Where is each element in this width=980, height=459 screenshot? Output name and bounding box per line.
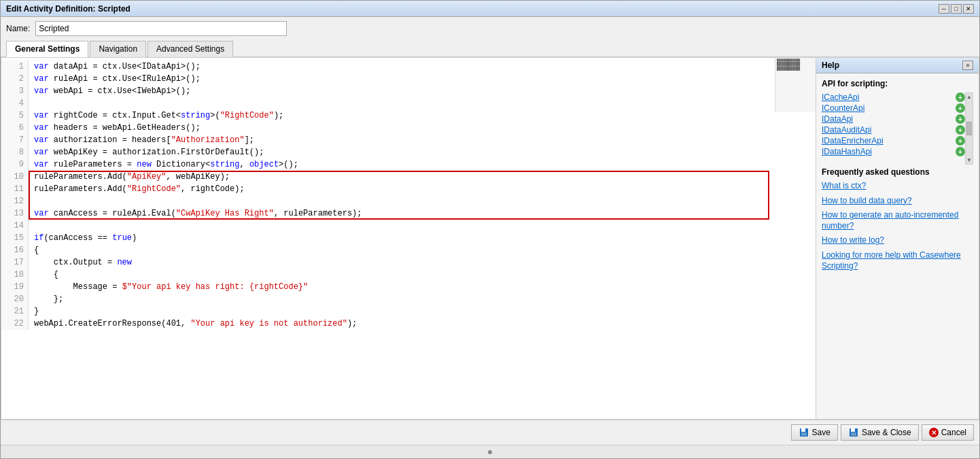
- code-line-20: };: [34, 293, 810, 305]
- line-num-8: 8: [1, 146, 28, 158]
- line-num-9: 9: [1, 158, 28, 171]
- code-line-4: [34, 97, 810, 109]
- save-close-icon: [848, 427, 859, 438]
- name-input[interactable]: [35, 21, 287, 36]
- code-line-18: {: [34, 269, 810, 281]
- save-close-label: Save & Close: [862, 428, 911, 437]
- line-num-13: 13: [1, 207, 28, 220]
- line-num-12: 12: [1, 195, 28, 207]
- api-items-list: ICacheApi ICounterApi IDataApi: [822, 92, 965, 165]
- api-section-title: API for scripting:: [822, 79, 973, 88]
- editor-area[interactable]: ████████████████ ████████████████ ██████…: [1, 58, 816, 419]
- api-link-icache[interactable]: ICacheApi: [822, 92, 859, 102]
- api-add-btn-idata[interactable]: [956, 114, 965, 124]
- save-icon: [799, 427, 809, 438]
- line-num-6: 6: [1, 122, 28, 134]
- maximize-button[interactable]: □: [951, 4, 962, 14]
- code-line-10: ruleParameters.Add("ApiKey", webApiKey);: [34, 171, 810, 183]
- api-link-idata[interactable]: IDataApi: [822, 114, 853, 124]
- scroll-down-arrow[interactable]: ▼: [966, 157, 972, 163]
- line-num-1: 1: [1, 61, 28, 73]
- api-link-idataaudit[interactable]: IDataAuditApi: [822, 125, 871, 135]
- faq-link-more-help[interactable]: Looking for more help with Casewhere Scr…: [822, 250, 973, 271]
- cancel-icon: ✕: [929, 428, 939, 437]
- help-expand-button[interactable]: »: [962, 61, 973, 70]
- line-num-7: 7: [1, 134, 28, 146]
- api-list: ICacheApi ICounterApi IDataApi: [822, 92, 965, 156]
- tab-general-settings[interactable]: General Settings: [6, 41, 88, 57]
- line-num-11: 11: [1, 183, 28, 195]
- api-add-btn-idataenricher[interactable]: [956, 136, 965, 146]
- close-button[interactable]: ✕: [963, 4, 974, 14]
- line-num-4: 4: [1, 97, 28, 109]
- api-item-icounter: ICounterApi: [822, 103, 965, 113]
- line-num-2: 2: [1, 73, 28, 85]
- selection-container: ruleParameters.Add("ApiKey", webApiKey);…: [34, 171, 810, 220]
- status-dot: [488, 450, 492, 454]
- code-lines[interactable]: var dataApi = ctx.Use<IDataApi>(); var r…: [29, 61, 816, 330]
- title-bar-buttons: ─ □ ✕: [939, 4, 974, 14]
- svg-rect-2: [801, 432, 807, 436]
- code-line-11: ruleParameters.Add("RightCode", rightCod…: [34, 183, 810, 195]
- code-line-7: var authorization = headers["Authorizati…: [34, 134, 810, 146]
- code-line-22: webApi.CreateErrorResponse(401, "Your ap…: [34, 318, 810, 330]
- tab-bar: General Settings Navigation Advanced Set…: [1, 40, 979, 57]
- save-label: Save: [812, 428, 830, 437]
- faq-link-auto-increment[interactable]: How to generate an auto-incremented numb…: [822, 210, 973, 231]
- scroll-up-arrow[interactable]: ▲: [966, 94, 972, 100]
- api-item-idata: IDataApi: [822, 114, 965, 124]
- line-num-5: 5: [1, 109, 28, 122]
- main-window: Edit Activity Definition: Scripted ─ □ ✕…: [0, 0, 980, 459]
- code-line-19: Message = $"Your api key has right: {rig…: [34, 281, 810, 293]
- line-num-17: 17: [1, 256, 28, 269]
- api-add-btn-idataaudit[interactable]: [956, 125, 965, 135]
- code-line-1: var dataApi = ctx.Use<IDataApi>();: [34, 61, 810, 73]
- line-num-16: 16: [1, 244, 28, 256]
- api-link-idatahash[interactable]: IDataHashApi: [822, 147, 872, 156]
- line-num-14: 14: [1, 220, 28, 232]
- line-num-10: 10: [1, 171, 28, 183]
- minimize-button[interactable]: ─: [939, 4, 949, 14]
- line-num-3: 3: [1, 85, 28, 97]
- line-num-21: 21: [1, 305, 28, 318]
- minimap: ████████████████ ████████████████ ██████…: [775, 58, 816, 73]
- line-num-15: 15: [1, 232, 28, 244]
- code-editor[interactable]: 1 2 3 4 5 6 7 8 9 10 11 12 13 14: [1, 58, 816, 333]
- svg-rect-5: [851, 432, 856, 436]
- api-scrollbar[interactable]: ▲ ▼: [965, 92, 973, 165]
- api-add-btn-idatahash[interactable]: [956, 147, 965, 156]
- line-numbers: 1 2 3 4 5 6 7 8 9 10 11 12 13 14: [1, 61, 29, 330]
- status-bar: [1, 445, 979, 458]
- faq-link-write-log[interactable]: How to write log?: [822, 235, 973, 246]
- save-button[interactable]: Save: [791, 424, 838, 441]
- faq-link-ctx[interactable]: What is ctx?: [822, 181, 973, 192]
- scroll-thumb[interactable]: [966, 122, 972, 135]
- faq-link-data-query[interactable]: How to build data query?: [822, 196, 973, 207]
- api-item-icache: ICacheApi: [822, 92, 965, 102]
- api-link-idataenricher[interactable]: IDataEnricherApi: [822, 136, 883, 146]
- line-num-19: 19: [1, 281, 28, 293]
- api-add-btn-icounter[interactable]: [956, 103, 965, 113]
- code-line-9: var ruleParameters = new Dictionary<stri…: [34, 158, 810, 171]
- api-link-icounter[interactable]: ICounterApi: [822, 103, 864, 113]
- name-row: Name:: [1, 17, 979, 40]
- save-close-icon-svg: [849, 428, 858, 437]
- footer-bar: Save Save & Close ✕ Cancel: [1, 420, 979, 445]
- line-num-22: 22: [1, 318, 28, 330]
- save-icon-svg: [799, 428, 809, 437]
- save-close-button[interactable]: Save & Close: [841, 424, 919, 441]
- code-line-21: }: [34, 305, 810, 318]
- help-title: Help: [822, 61, 839, 70]
- cancel-button[interactable]: ✕ Cancel: [922, 424, 974, 441]
- api-add-btn-icache[interactable]: [956, 92, 965, 102]
- line-num-18: 18: [1, 269, 28, 281]
- code-line-8: var webApiKey = authorization.FirstOrDef…: [34, 146, 810, 158]
- help-body: API for scripting: ICacheApi ICounterApi: [816, 73, 979, 419]
- help-panel: Help » API for scripting: ICacheApi ICou…: [816, 58, 979, 419]
- api-item-idatahash: IDataHashApi: [822, 147, 965, 156]
- tab-advanced-settings[interactable]: Advanced Settings: [147, 41, 233, 57]
- svg-rect-4: [851, 428, 855, 432]
- name-label: Name:: [6, 24, 30, 33]
- tab-navigation[interactable]: Navigation: [90, 41, 146, 57]
- code-line-2: var ruleApi = ctx.Use<IRuleApi>();: [34, 73, 810, 85]
